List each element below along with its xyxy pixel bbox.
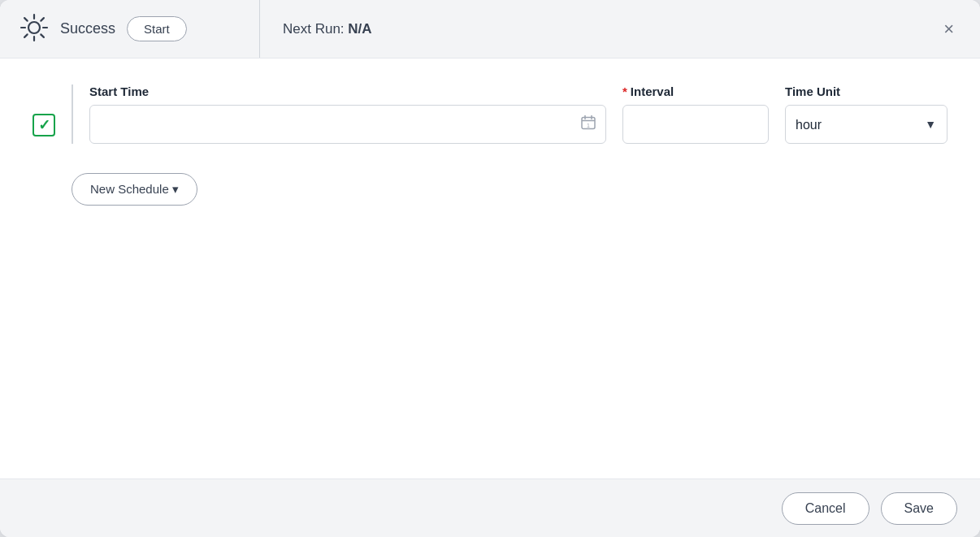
next-run-value: N/A bbox=[348, 21, 371, 37]
dialog-header: Success Start Next Run: N/A × bbox=[0, 0, 980, 58]
time-unit-label: Time Unit bbox=[785, 84, 947, 98]
new-schedule-button[interactable]: New Schedule ▾ bbox=[72, 173, 197, 206]
dialog: Success Start Next Run: N/A × ✓ Star bbox=[0, 0, 980, 537]
status-icon bbox=[20, 13, 49, 45]
new-schedule-area: New Schedule ▾ bbox=[72, 173, 947, 206]
dialog-content: ✓ Start Time bbox=[0, 58, 980, 479]
success-label: Success bbox=[60, 20, 115, 37]
start-time-group: Start Time 1 bbox=[89, 84, 606, 144]
close-button[interactable]: × bbox=[940, 17, 957, 41]
schedule-checkbox[interactable]: ✓ bbox=[33, 114, 55, 136]
checkbox-wrapper: ✓ bbox=[33, 114, 55, 136]
svg-line-6 bbox=[41, 34, 44, 37]
time-unit-select-wrapper: minute hour day week month ▼ bbox=[785, 105, 947, 144]
interval-label: * Interval bbox=[622, 84, 769, 98]
cancel-button[interactable]: Cancel bbox=[782, 492, 869, 525]
next-run-label: Next Run: bbox=[283, 21, 345, 37]
dialog-footer: Cancel Save bbox=[0, 479, 980, 537]
time-unit-select[interactable]: minute hour day week month bbox=[785, 105, 947, 144]
interval-group: * Interval bbox=[622, 84, 769, 144]
save-button[interactable]: Save bbox=[881, 492, 957, 525]
start-time-input[interactable] bbox=[89, 105, 606, 144]
time-unit-group: Time Unit minute hour day week month ▼ bbox=[785, 84, 947, 144]
date-input-wrapper: 1 bbox=[89, 105, 606, 144]
svg-point-0 bbox=[28, 22, 40, 33]
interval-label-text: Interval bbox=[631, 84, 674, 98]
header-right: Next Run: N/A × bbox=[260, 17, 980, 41]
svg-line-5 bbox=[24, 18, 28, 21]
fields-area: Start Time 1 bbox=[72, 84, 947, 144]
start-time-label: Start Time bbox=[89, 84, 606, 98]
header-left: Success Start bbox=[0, 0, 260, 58]
svg-line-8 bbox=[24, 34, 28, 37]
schedule-row: ✓ Start Time bbox=[33, 84, 947, 144]
start-button[interactable]: Start bbox=[127, 16, 187, 41]
next-run-text: Next Run: N/A bbox=[283, 21, 372, 37]
required-star: * bbox=[622, 84, 627, 98]
interval-input[interactable] bbox=[622, 105, 769, 144]
checkmark-icon: ✓ bbox=[38, 116, 50, 134]
svg-line-7 bbox=[41, 18, 44, 21]
